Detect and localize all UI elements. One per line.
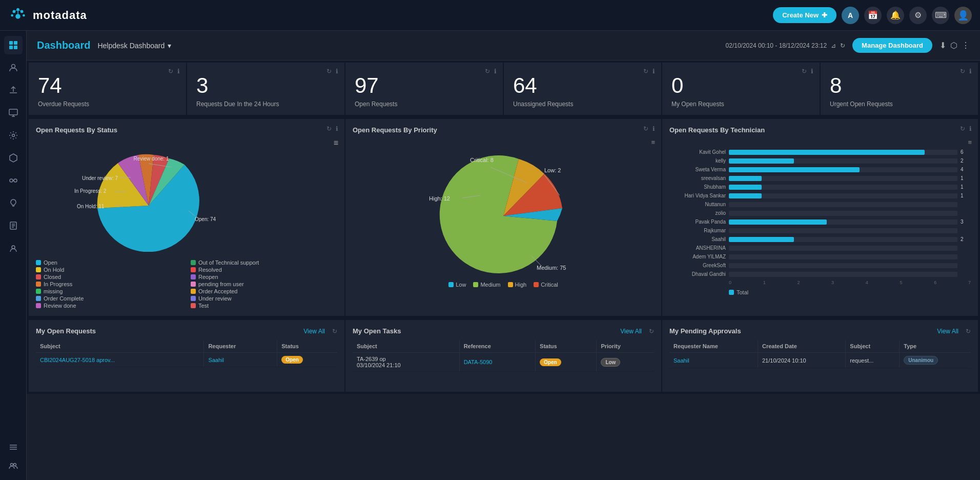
create-new-button[interactable]: Create New ✚ bbox=[773, 7, 836, 23]
urgent-number: 8 bbox=[830, 74, 969, 97]
sidebar-item-team[interactable] bbox=[4, 456, 23, 475]
bar-row: Kavit Gohel 6 bbox=[669, 149, 971, 155]
sidebar-item-dashboard[interactable] bbox=[4, 36, 23, 54]
my-open-tasks-card: My Open Tasks View All ↻ Subject Referen… bbox=[345, 320, 661, 392]
bar-track bbox=[729, 150, 957, 155]
refresh-icon[interactable]: ↻ bbox=[643, 125, 648, 132]
bar-fill bbox=[729, 167, 860, 172]
request-subject-link[interactable]: CBI2024AUG27-5018 aprov... bbox=[40, 357, 115, 363]
sidebar-item-chain[interactable] bbox=[4, 171, 23, 190]
bar-fill bbox=[729, 237, 794, 242]
chart-menu-icon[interactable]: ≡ bbox=[651, 138, 655, 146]
technician-bar-chart: Kavit Gohel 6 kelly 2 Sweta Verma 4 sree… bbox=[669, 149, 971, 285]
info-icon[interactable]: ℹ bbox=[494, 68, 497, 75]
sidebar-item-box[interactable] bbox=[4, 149, 23, 167]
bar-track bbox=[729, 185, 957, 190]
dashboard-title: Dashboard bbox=[37, 39, 90, 51]
refresh-icon[interactable]: ↻ bbox=[326, 125, 332, 132]
sidebar-item-upload[interactable] bbox=[4, 81, 23, 99]
refresh-icon[interactable]: ↻ bbox=[960, 68, 965, 75]
settings-gear-icon[interactable]: ⚙ bbox=[909, 7, 927, 24]
info-icon[interactable]: ℹ bbox=[652, 125, 655, 132]
info-icon[interactable]: ℹ bbox=[969, 125, 972, 132]
bar-fill bbox=[729, 158, 794, 164]
requester-link[interactable]: Saahil bbox=[208, 357, 224, 363]
reference-link[interactable]: DATA-5090 bbox=[464, 359, 493, 365]
sidebar-item-settings[interactable] bbox=[4, 126, 23, 145]
info-icon[interactable]: ℹ bbox=[811, 68, 813, 75]
created-date-col: Created Date bbox=[758, 340, 845, 353]
logo-text: motadata bbox=[33, 9, 87, 22]
sidebar-item-light[interactable] bbox=[4, 194, 23, 212]
view-all-open-tasks[interactable]: View All bbox=[620, 328, 642, 335]
sidebar-item-monitor[interactable] bbox=[4, 104, 23, 122]
calendar-icon[interactable]: 📅 bbox=[864, 7, 882, 24]
more-options-icon[interactable]: ⋮ bbox=[962, 41, 970, 50]
svg-point-16 bbox=[10, 179, 13, 182]
notification-bell-icon[interactable]: 🔔 bbox=[887, 7, 904, 24]
bar-label: zolio bbox=[669, 210, 726, 216]
info-icon[interactable]: ℹ bbox=[969, 68, 972, 75]
my-open-requests-header: My Open Requests View All ↻ bbox=[36, 327, 337, 335]
info-icon[interactable]: ℹ bbox=[177, 68, 180, 75]
bottom-section: My Open Requests View All ↻ Subject Requ… bbox=[27, 318, 980, 394]
manage-dashboard-button[interactable]: Manage Dashboard bbox=[852, 38, 932, 53]
refresh-open-requests-icon[interactable]: ↻ bbox=[332, 328, 337, 335]
chart-menu-icon[interactable]: ≡ bbox=[334, 138, 338, 148]
approval-subject: request... bbox=[846, 353, 900, 368]
svg-point-2 bbox=[23, 14, 25, 16]
refresh-icon[interactable]: ↻ bbox=[326, 68, 332, 75]
open-tasks-table: Subject Reference Status Priority TA-263… bbox=[353, 340, 654, 372]
sidebar-bottom bbox=[4, 438, 23, 475]
refresh-icon[interactable]: ↻ bbox=[960, 125, 965, 132]
sidebar-item-users[interactable] bbox=[4, 58, 23, 77]
requester-col-header: Requester bbox=[204, 340, 277, 353]
download-icon[interactable]: ⬇ bbox=[940, 41, 946, 50]
sidebar-item-clipboard[interactable] bbox=[4, 216, 23, 235]
view-all-pending[interactable]: View All bbox=[937, 328, 958, 335]
logo: motadata bbox=[8, 6, 87, 25]
bar-row: GreekSoft bbox=[669, 263, 971, 268]
bar-row: Saahil 2 bbox=[669, 236, 971, 242]
info-icon[interactable]: ℹ bbox=[652, 68, 655, 75]
bar-label: Sweta Verma bbox=[669, 167, 726, 172]
user-initial-icon[interactable]: A bbox=[842, 7, 859, 24]
total-legend: Total bbox=[729, 289, 971, 295]
refresh-icon[interactable]: ↻ bbox=[840, 42, 845, 49]
svg-point-25 bbox=[13, 464, 16, 466]
helpdesk-dropdown[interactable]: Helpdesk Dashboard ▾ bbox=[97, 42, 171, 50]
keyboard-icon[interactable]: ⌨ bbox=[932, 7, 949, 24]
refresh-icon[interactable]: ↻ bbox=[802, 68, 807, 75]
approval-subject-col: Subject bbox=[846, 340, 900, 353]
refresh-icon[interactable]: ↻ bbox=[168, 68, 173, 75]
bar-label: kelly bbox=[669, 158, 726, 164]
refresh-icon[interactable]: ↻ bbox=[643, 68, 648, 75]
sidebar-item-profile[interactable] bbox=[4, 239, 23, 257]
refresh-pending-icon[interactable]: ↻ bbox=[966, 328, 971, 335]
technician-chart-menu-icon[interactable]: ≡ bbox=[968, 138, 972, 146]
top-navigation: motadata Create New ✚ A 📅 🔔 ⚙ ⌨ 👤 bbox=[0, 0, 980, 31]
info-icon[interactable]: ℹ bbox=[336, 68, 338, 75]
info-icon[interactable]: ℹ bbox=[336, 125, 338, 132]
sidebar bbox=[0, 31, 27, 480]
overdue-label: Overdue Requests bbox=[38, 101, 177, 108]
view-all-open-requests[interactable]: View All bbox=[303, 328, 325, 335]
user-avatar-icon[interactable]: 👤 bbox=[954, 7, 972, 24]
plus-icon: ✚ bbox=[822, 11, 827, 19]
refresh-open-tasks-icon[interactable]: ↻ bbox=[649, 328, 654, 335]
sidebar-item-menu[interactable] bbox=[4, 438, 23, 456]
filter-icon[interactable]: ⊿ bbox=[831, 42, 836, 49]
bar-track bbox=[729, 167, 957, 172]
approval-requester-link[interactable]: Saahil bbox=[673, 357, 689, 364]
svg-rect-9 bbox=[9, 41, 13, 45]
dashboard-header: Dashboard Helpdesk Dashboard ▾ 02/10/202… bbox=[27, 31, 980, 61]
svg-text:In Progress: 2: In Progress: 2 bbox=[74, 188, 107, 194]
bar-row: Sweta Verma 4 bbox=[669, 167, 971, 172]
bar-label: Dhaval Gandhi bbox=[669, 271, 726, 277]
refresh-icon[interactable]: ↻ bbox=[485, 68, 490, 75]
share-icon[interactable]: ⬡ bbox=[950, 41, 957, 50]
bar-label: Nuttanun bbox=[669, 202, 726, 207]
chart-section: ↻ ℹ Open Requests By Status ≡ bbox=[27, 117, 980, 318]
bar-row: Adem YILMAZ bbox=[669, 254, 971, 259]
bar-track bbox=[729, 219, 957, 225]
